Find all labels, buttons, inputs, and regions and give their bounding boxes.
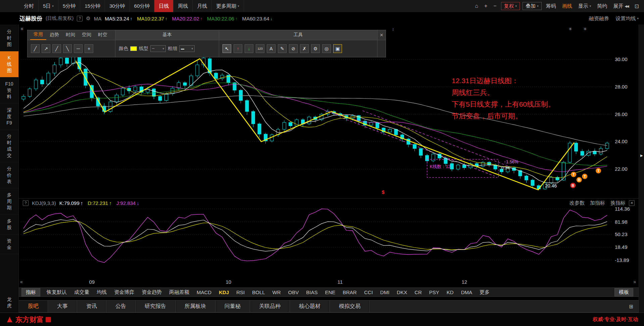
ind-volume[interactable]: 成交量 [70, 289, 93, 295]
scroll-right-icon[interactable]: » [633, 279, 636, 284]
down-arrow-tool-icon[interactable]: ↓ [245, 44, 253, 53]
ind-psy[interactable]: PSY [426, 289, 443, 295]
period-15min[interactable]: 15分钟 [80, 0, 105, 12]
kdj-help-icon[interactable]: ? [23, 200, 29, 206]
tab-events[interactable]: 大事 [48, 301, 77, 312]
expand-panel-icon[interactable]: ▶ [640, 154, 643, 157]
draw-panel-tab[interactable]: 时间 [62, 30, 79, 40]
ma-settings-dropdown[interactable]: 设置均线▾ [615, 15, 639, 22]
popout-icon[interactable]: ⊞ [624, 301, 639, 312]
kdj-chart-svg[interactable]: 114.3681.9850.2318.49-13.89 [19, 207, 639, 277]
period-weekly[interactable]: 周线 [174, 0, 193, 12]
ind-cci[interactable]: CCI [360, 289, 377, 295]
ind-cr[interactable]: CR [411, 289, 426, 295]
ind-kd[interactable]: KD [443, 289, 457, 295]
ind-bias[interactable]: BIAS [302, 289, 321, 295]
down-line-icon[interactable]: ╲ [63, 44, 72, 53]
overlay-dropdown[interactable]: 叠加▾ [523, 2, 542, 10]
ind-dmi[interactable]: DMI [377, 289, 393, 295]
kdj-close-icon[interactable]: ✕ [629, 200, 635, 206]
help-icon[interactable]: ? [77, 16, 83, 21]
chart-scale-icon[interactable]: ↕ [392, 26, 394, 32]
change-params-link[interactable]: 改参数 [569, 200, 585, 206]
arrow-line-icon[interactable]: ↗ [42, 44, 50, 53]
segment-line-icon[interactable]: ╱ [31, 44, 40, 53]
ind-wr[interactable]: WR [269, 289, 285, 295]
ind-rsi[interactable]: RSI [233, 289, 248, 295]
period-monthly[interactable]: 月线 [193, 0, 212, 12]
tab-simulated-trading[interactable]: 模拟交易 [330, 301, 370, 312]
period-60min[interactable]: 60分钟 [130, 0, 155, 12]
tab-research-reports[interactable]: 研究报告 [136, 301, 176, 312]
ind-boll[interactable]: BOLL [248, 289, 268, 295]
gear-icon[interactable]: ⚙ [86, 15, 90, 21]
delete-tool-icon[interactable]: ✗ [300, 44, 309, 53]
draw-panel-tab[interactable]: 空间 [79, 30, 95, 40]
chart-pin-icon[interactable]: ✳ [568, 26, 572, 32]
period-5day[interactable]: 5日▾ [39, 0, 58, 12]
scroll-left-icon[interactable]: « [20, 279, 23, 284]
tab-core-topics[interactable]: 核心题材 [290, 301, 330, 312]
sidebar-item-tick-trades[interactable]: 分时成交 [0, 130, 18, 162]
sidebar-item-f10[interactable]: F10资料 [0, 77, 18, 104]
draw-panel-tab[interactable]: 趋势 [46, 30, 62, 40]
ind-more[interactable]: 更多 [476, 289, 493, 295]
draw-panel-tab[interactable]: 常用 [30, 30, 46, 40]
draw-panel-tab[interactable]: 时空 [95, 30, 111, 40]
zoom-out-icon[interactable]: − [490, 0, 499, 12]
sidebar-item-dragon-tiger[interactable]: 龙虎 [0, 293, 18, 313]
up-arrow-tool-icon[interactable]: ↑ [234, 44, 242, 53]
ind-macd[interactable]: MACD [193, 289, 215, 295]
tab-guba[interactable]: 股吧 [19, 301, 48, 312]
ind-restore-default[interactable]: 恢复默认 [43, 289, 70, 295]
horizontal-line-icon[interactable]: ─ [74, 44, 83, 53]
ind-dma[interactable]: DMA [457, 289, 476, 295]
export-tool-icon[interactable]: ▣ [333, 44, 342, 53]
tab-announcements[interactable]: 公告 [106, 301, 136, 312]
ind-brar[interactable]: BRAR [339, 289, 360, 295]
main-chart[interactable]: 30.0028.0026.0024.0022.00K线数：12↑1.56%0.3… [19, 24, 639, 198]
pencil-tool-icon[interactable]: ✎ [278, 44, 287, 53]
number-tool-icon[interactable]: 123 [256, 44, 264, 53]
period-daily[interactable]: 日线 [154, 0, 174, 12]
tab-ask-secretary[interactable]: 问董秘 [215, 301, 250, 312]
tab-news[interactable]: 资讯 [77, 301, 106, 312]
cross-line-icon[interactable]: + [85, 44, 93, 53]
tab-sectors[interactable]: 所属板块 [176, 301, 215, 312]
ind-ene[interactable]: ENE [321, 289, 339, 295]
period-more[interactable]: 更多周期▾ [212, 0, 244, 12]
sidebar-item-intraday[interactable]: 分时图 [0, 25, 18, 51]
ind-fund-trend[interactable]: 资金趋势 [138, 289, 165, 295]
chips-button[interactable]: 筹码 [543, 0, 559, 12]
zoom-in-icon[interactable]: + [481, 0, 490, 12]
kdj-panel[interactable]: 114.3681.9850.2318.49-13.89 [19, 207, 639, 277]
ind-dkx[interactable]: DKX [393, 289, 411, 295]
settings-tool-icon[interactable]: ⚙ [311, 44, 320, 53]
ind-ma[interactable]: 均线 [93, 289, 110, 295]
line-type-select[interactable]: ─ ▾ [150, 45, 166, 52]
period-30min[interactable]: 30分钟 [105, 0, 130, 12]
draw-panel-close-icon[interactable]: ✕ [378, 30, 386, 40]
ind-margin-diff[interactable]: 两融差额 [165, 289, 193, 295]
chart-pin-icon[interactable]: ✳ [20, 26, 24, 32]
sidebar-item-price-table[interactable]: 分价表 [0, 162, 18, 188]
add-indicator-link[interactable]: 加指标 [590, 200, 605, 206]
ind-template-button[interactable]: 模板 [614, 288, 633, 296]
display-dropdown[interactable]: 显示▾ [575, 0, 594, 12]
adjust-dropdown[interactable]: 复权▾ [501, 2, 520, 10]
text-tool-icon[interactable]: A [267, 44, 276, 53]
ind-kdj[interactable]: KDJ [215, 289, 233, 295]
chart-pin-icon[interactable]: ✳ [583, 26, 587, 32]
switch-indicator-link[interactable]: 换指标 [610, 200, 626, 206]
ind-fund-game[interactable]: 资金博弈 [110, 289, 138, 295]
home-icon[interactable]: ⌂ [472, 0, 481, 12]
eraser-tool-icon[interactable]: ⊘ [289, 44, 298, 53]
period-5min[interactable]: 5分钟 [58, 0, 80, 12]
ind-obv[interactable]: OBV [285, 289, 303, 295]
color-swatch[interactable] [130, 46, 137, 51]
select-cursor-icon[interactable]: ↖ [222, 44, 231, 53]
simple-mode-button[interactable]: 简约 [594, 0, 610, 12]
expand-button[interactable]: 展开◀◀ [610, 0, 631, 12]
period-intraday[interactable]: 分时 [19, 0, 39, 12]
brand-logo[interactable]: 东方财富 [6, 315, 51, 324]
